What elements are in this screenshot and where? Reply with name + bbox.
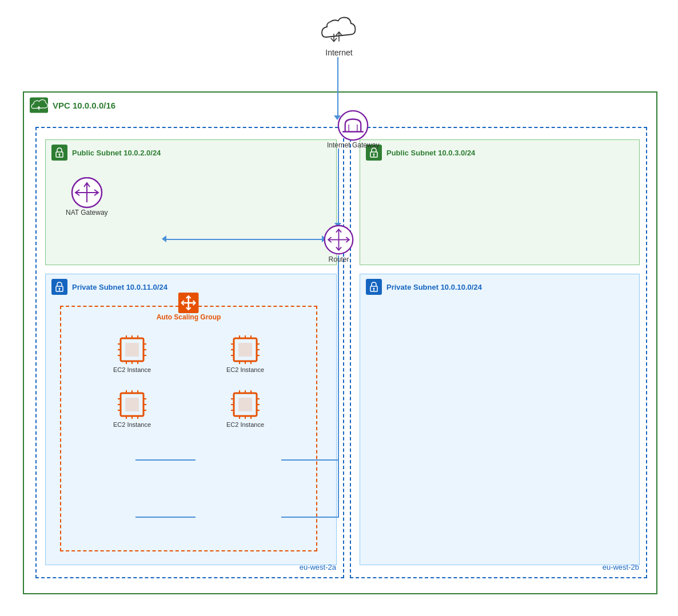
router-down-v-line xyxy=(338,255,339,461)
router-label: Router xyxy=(328,255,349,263)
igw-icon xyxy=(337,110,369,141)
nat-gateway-icon xyxy=(70,177,104,209)
public-subnet-2b-label: Public Subnet 10.0.3.0/24 xyxy=(386,149,475,157)
svg-point-4 xyxy=(338,111,368,140)
vpc-label-area: VPC 10.0.0.0/16 xyxy=(30,97,115,113)
svg-rect-77 xyxy=(238,398,252,411)
public-subnet-2a-header: Public Subnet 10.0.2.0/24 xyxy=(46,140,336,165)
ec2-icon-2 xyxy=(231,335,260,364)
private-subnet-2b-label: Private Subnet 10.0.10.0/24 xyxy=(386,283,482,291)
svg-rect-2 xyxy=(30,97,48,113)
diagram-container: Internet VPC 10.0.0.0/16 xyxy=(0,0,678,616)
public-subnet-2a-lock-icon xyxy=(51,145,67,161)
ec2-icon-4 xyxy=(231,390,260,419)
ec2-to-router-v-line xyxy=(338,459,339,518)
public-subnet-2a: Public Subnet 10.0.2.0/24 xyxy=(45,139,337,265)
az-2a-label: eu-west-2a xyxy=(300,563,336,571)
ec2-label-2: EC2 Instance xyxy=(226,366,264,373)
ec2-top-row-h-line xyxy=(135,459,196,461)
vpc-icon xyxy=(30,97,48,113)
nat-gateway-section: NAT Gateway xyxy=(66,177,108,217)
arrow-router-to-nat xyxy=(162,235,166,242)
public-subnet-2b-header: Public Subnet 10.0.3.0/24 xyxy=(360,140,639,165)
private-subnet-2b-header: Private Subnet 10.0.10.0/24 xyxy=(360,274,639,299)
igw-section: Internet Gateway xyxy=(327,110,379,149)
ec2-icon-1 xyxy=(118,335,146,364)
asg-label: Auto Scaling Group xyxy=(157,313,221,321)
az-west2a-container: Public Subnet 10.0.2.0/24 xyxy=(35,127,344,578)
svg-point-80 xyxy=(373,154,375,155)
line-igw-to-router xyxy=(338,149,339,225)
private-subnet-2b-lock-icon xyxy=(366,279,382,295)
ec2-label-3: EC2 Instance xyxy=(113,421,151,428)
auto-scaling-group: Auto Scaling Group xyxy=(60,306,317,551)
ec2-instance-3: EC2 Instance xyxy=(84,390,180,428)
line-router-to-nat xyxy=(166,239,323,240)
nat-gateway-label: NAT Gateway xyxy=(66,209,108,217)
ec2-icon-3 xyxy=(118,390,146,419)
router-icon xyxy=(323,224,354,255)
line-internet-igw xyxy=(337,57,338,117)
public-subnet-2b: Public Subnet 10.0.3.0/24 xyxy=(360,139,640,265)
ec2-grid: EC2 Instance xyxy=(61,307,316,439)
svg-rect-49 xyxy=(238,343,252,357)
ec2-row2-to-router-h xyxy=(281,517,338,518)
ec2-row1-to-router-h xyxy=(281,459,338,461)
private-subnet-2a: Private Subnet 10.0.11.0/24 xyxy=(45,274,337,565)
public-subnet-2a-label: Public Subnet 10.0.2.0/24 xyxy=(72,149,161,157)
router-section: Router xyxy=(323,224,354,263)
svg-point-10 xyxy=(59,154,61,155)
svg-rect-63 xyxy=(125,398,139,411)
ec2-bot-row-h-line xyxy=(135,517,196,518)
vpc-container: VPC 10.0.0.0/16 Internet Gateway xyxy=(23,91,657,594)
internet-label: Internet xyxy=(325,48,352,57)
private-subnet-2a-label: Private Subnet 10.0.11.0/24 xyxy=(72,283,167,291)
asg-header: Auto Scaling Group xyxy=(157,293,221,321)
svg-rect-82 xyxy=(366,279,382,295)
svg-point-84 xyxy=(373,288,375,290)
ec2-instance-1: EC2 Instance xyxy=(84,335,180,373)
ec2-label-1: EC2 Instance xyxy=(113,366,151,373)
asg-icon xyxy=(178,293,199,313)
ec2-instance-4: EC2 Instance xyxy=(197,390,293,428)
internet-section: Internet xyxy=(316,11,362,57)
igw-label: Internet Gateway xyxy=(327,141,379,149)
internet-cloud-icon xyxy=(316,11,362,46)
svg-point-17 xyxy=(59,288,61,290)
ec2-label-4: EC2 Instance xyxy=(226,421,264,428)
vpc-label: VPC 10.0.0.0/16 xyxy=(53,101,115,110)
ec2-instance-2: EC2 Instance xyxy=(197,335,293,373)
svg-rect-8 xyxy=(51,145,67,161)
svg-rect-35 xyxy=(125,343,139,357)
private-subnet-2b: Private Subnet 10.0.10.0/24 xyxy=(360,274,640,565)
az-2b-label: eu-west-2b xyxy=(603,563,639,571)
svg-rect-15 xyxy=(51,279,67,295)
az-west2b-container: Public Subnet 10.0.3.0/24 Private Subnet… xyxy=(350,127,647,578)
private-subnet-2a-lock-icon xyxy=(51,279,67,295)
